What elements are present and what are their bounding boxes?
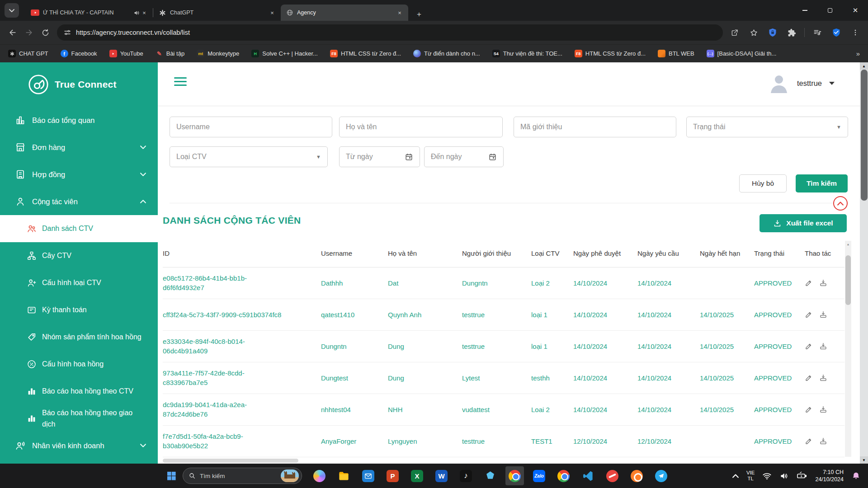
start-button[interactable]: [164, 468, 179, 483]
zalo-icon[interactable]: Zalo: [530, 466, 548, 485]
bookmark-dsaa[interactable]: {…}[Basic-DSAA] Giải th...: [707, 50, 777, 57]
bookmark-dictionary[interactable]: Từ điển dành cho n...: [413, 50, 480, 57]
wifi-icon[interactable]: [762, 471, 772, 481]
browser-menu-kebab-icon[interactable]: [847, 24, 863, 41]
search-button[interactable]: Tìm kiếm: [796, 174, 848, 192]
edit-pencil-icon[interactable]: [805, 437, 813, 445]
red-app-icon[interactable]: [603, 466, 622, 485]
from-date-filter[interactable]: Từ ngày: [339, 146, 420, 167]
tab-audio-icon[interactable]: [133, 9, 140, 16]
page-scrollbar-thumb[interactable]: [861, 70, 868, 201]
hamburger-menu-icon[interactable]: [174, 77, 187, 88]
sidebar-item-nhom-san-pham[interactable]: Nhóm sản phẩm tính hoa hồng: [0, 324, 158, 351]
tab-chatgpt[interactable]: ChatGPT ×: [153, 5, 281, 21]
sidebar-item-cau-hinh-loai-ctv[interactable]: Cấu hình loại CTV: [0, 269, 158, 296]
back-button[interactable]: [5, 24, 21, 41]
bookmark-f8-1[interactable]: F8HTML CSS từ Zero đ...: [330, 50, 401, 57]
sidebar-item-bao-cao-hh-ctv[interactable]: Báo cáo hoa hồng theo CTV: [0, 378, 158, 405]
address-bar[interactable]: https://agency.trueconnect.vn/collab/lis…: [57, 24, 723, 41]
page-scrollbar[interactable]: ▲ ▼: [860, 62, 868, 464]
ctv-type-filter-select[interactable]: Loại CTV▼: [170, 146, 328, 167]
download-row-icon[interactable]: [819, 374, 827, 382]
store-icon[interactable]: [481, 466, 500, 485]
user-menu[interactable]: testtrue: [768, 72, 835, 94]
new-tab-button[interactable]: +: [413, 8, 425, 21]
tray-expand-chevron-icon[interactable]: [732, 474, 739, 478]
taskbar-search-box[interactable]: Tìm kiếm: [183, 468, 302, 484]
battery-icon[interactable]: [797, 471, 807, 481]
cancel-button[interactable]: Hủy bỏ: [739, 174, 787, 192]
scroll-up-arrow-icon[interactable]: ▲: [845, 241, 851, 247]
tab-close-icon[interactable]: ×: [140, 9, 148, 17]
telegram-icon[interactable]: [652, 466, 670, 485]
sidebar-item-nhan-vien-kinh-doanh[interactable]: Nhân viên kinh doanh: [0, 432, 158, 459]
download-row-icon[interactable]: [819, 437, 827, 445]
edit-pencil-icon[interactable]: [805, 279, 813, 287]
scroll-down-arrow-icon[interactable]: ▼: [860, 456, 868, 464]
bookmark-star-icon[interactable]: [745, 24, 762, 41]
sidebar-item-bao-cao-hh-giao-dich[interactable]: Báo cáo hoa hồng theo giao dịch: [0, 405, 158, 432]
table-scrollbar[interactable]: ▲: [845, 241, 851, 457]
tab-close-icon[interactable]: ×: [396, 9, 404, 17]
copilot-icon[interactable]: [310, 466, 329, 485]
bookmark-f8-2[interactable]: F8HTML CSS từ Zero đ...: [575, 50, 646, 57]
adblock-extension-icon[interactable]: [764, 24, 781, 41]
brand[interactable]: True Connect: [0, 62, 158, 107]
sidebar-item-cau-hinh-hoa-hong[interactable]: Cấu hình hoa hồng: [0, 351, 158, 378]
volume-icon[interactable]: [779, 471, 789, 481]
close-button[interactable]: ✕: [843, 0, 868, 21]
bookmarks-overflow-icon[interactable]: »: [856, 50, 860, 57]
file-explorer-icon[interactable]: [335, 466, 353, 485]
media-playlist-icon[interactable]: [809, 24, 826, 41]
minimize-button[interactable]: [792, 0, 817, 21]
collapse-filters-button[interactable]: [833, 196, 848, 211]
orange-app-icon[interactable]: [627, 466, 646, 485]
tab-youtube[interactable]: Ử THÌ CHIA TAY - CAPTAIN ×: [25, 5, 153, 21]
reload-button[interactable]: [37, 24, 53, 41]
maximize-button[interactable]: [817, 0, 843, 21]
download-row-icon[interactable]: [819, 279, 827, 287]
clock[interactable]: 7:10 CH 24/10/2024: [815, 469, 844, 483]
excel-icon[interactable]: X: [408, 466, 426, 485]
download-row-icon[interactable]: [819, 342, 827, 350]
bookmark-baitap[interactable]: ✎Bài tập: [156, 50, 184, 57]
vscode-icon[interactable]: [579, 466, 597, 485]
tab-actions-menu-button[interactable]: [5, 3, 19, 18]
extensions-puzzle-icon[interactable]: [783, 24, 800, 41]
referral-code-filter-input[interactable]: [514, 117, 676, 137]
status-filter-select[interactable]: Trạng thái▼: [686, 117, 848, 137]
download-row-icon[interactable]: [819, 310, 827, 319]
export-excel-button[interactable]: Xuất file excel: [760, 214, 847, 232]
sidebar-item-cong-tac-vien[interactable]: Cộng tác viên: [0, 188, 158, 215]
sidebar-item-bao-cao-tong-quan[interactable]: Báo cáo tổng quan: [0, 107, 158, 134]
safety-shield-icon[interactable]: [828, 24, 844, 41]
table-horizontal-scrollbar-thumb[interactable]: [163, 459, 298, 463]
to-date-filter[interactable]: Đến ngày: [424, 146, 504, 167]
mail-icon[interactable]: [359, 466, 377, 485]
share-icon[interactable]: [726, 24, 743, 41]
active-browser-icon[interactable]: [505, 466, 524, 485]
tab-agency-active[interactable]: Agency ×: [281, 5, 408, 21]
table-scrollbar-thumb[interactable]: [845, 255, 851, 305]
bookmark-btlweb[interactable]: BTL WEB: [658, 50, 694, 57]
bookmark-youtube[interactable]: YouTube: [109, 50, 143, 57]
word-icon[interactable]: W: [432, 466, 451, 485]
sidebar-item-hop-dong[interactable]: Hợp đồng: [0, 161, 158, 188]
username-filter-input[interactable]: [170, 117, 332, 137]
powerpoint-icon[interactable]: P: [383, 466, 402, 485]
sidebar-item-don-hang[interactable]: Đơn hàng: [0, 134, 158, 161]
edit-pencil-icon[interactable]: [805, 342, 813, 350]
edit-pencil-icon[interactable]: [805, 405, 813, 413]
bookmark-hackerrank[interactable]: HSolve C++ | Hacker...: [251, 50, 318, 57]
tiktok-icon[interactable]: ♪: [457, 466, 475, 485]
bookmark-chatgpt[interactable]: CHAT GPT: [8, 50, 48, 57]
bookmark-monkeytype[interactable]: mtMonkeytype: [197, 50, 239, 57]
edit-pencil-icon[interactable]: [805, 374, 813, 382]
forward-button[interactable]: [21, 24, 37, 41]
chrome-icon[interactable]: [554, 466, 573, 485]
tab-close-icon[interactable]: ×: [268, 9, 276, 17]
bookmark-s4[interactable]: S4Thư viện đề thi: TOE...: [492, 50, 562, 57]
sidebar-item-danh-sach-ctv[interactable]: Danh sách CTV: [0, 215, 158, 242]
scroll-up-arrow-icon[interactable]: ▲: [860, 62, 868, 70]
sidebar-item-ky-thanh-toan[interactable]: Kỳ thanh toán: [0, 296, 158, 324]
